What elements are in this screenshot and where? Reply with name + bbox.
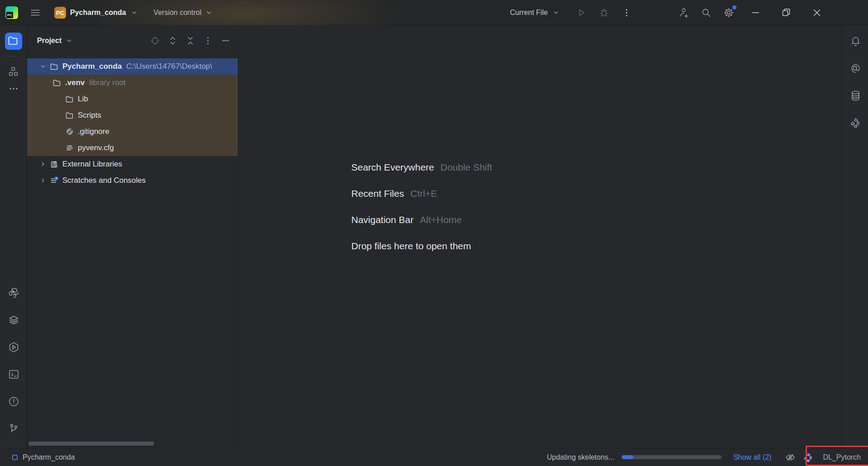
pycharm-logo-icon: PC	[5, 6, 18, 19]
terminal-tool-window-button[interactable]	[5, 366, 22, 383]
ignored-file-icon	[65, 127, 74, 136]
folder-icon	[65, 95, 74, 104]
status-bar: Pycharm_conda Updating skeletons... Show…	[0, 448, 868, 466]
services-tool-window-button[interactable]	[5, 311, 22, 328]
tree-row-external-libraries[interactable]: External Libraries	[27, 156, 238, 172]
chevron-down-icon	[130, 9, 138, 17]
more-actions-button[interactable]	[615, 4, 638, 22]
structure-tool-window-button[interactable]	[5, 63, 22, 80]
right-tool-window-bar	[842, 25, 868, 448]
plugin-pinwheel-status-icon[interactable]	[799, 452, 817, 463]
run-configuration-selector[interactable]: Current File	[510, 9, 560, 17]
hint-navigation-bar-keys: Alt+Home	[420, 214, 462, 225]
settings-button[interactable]	[717, 4, 740, 22]
panel-options-button[interactable]	[202, 35, 214, 47]
tree-row-scratches[interactable]: Scratches and Consoles	[27, 172, 238, 189]
pycharm-window: PC PC Pycharm_conda Version control Curr…	[0, 0, 868, 466]
tree-item-suffix: library root	[89, 78, 125, 87]
folder-icon	[50, 62, 59, 71]
window-minimize-button[interactable]	[740, 0, 771, 25]
tree-item-label: .gitignore	[78, 127, 109, 136]
tree-item-label: Scripts	[78, 111, 101, 120]
locate-opened-file-button[interactable]	[149, 35, 161, 47]
tree-row-scripts[interactable]: Scripts	[27, 107, 238, 124]
progress-fill	[622, 455, 634, 459]
left-tool-window-bar	[0, 25, 27, 448]
pycharm-logo-label: PC	[6, 12, 13, 18]
tree-row-pyvenv-cfg[interactable]: pyvenv.cfg	[27, 140, 238, 156]
interpreter-widget[interactable]: DL_Pytorch	[823, 453, 861, 461]
hint-search-everywhere-keys: Double Shift	[440, 162, 492, 173]
folder-icon	[65, 111, 74, 120]
hint-recent-files: Recent Files	[351, 188, 404, 199]
status-project-widget[interactable]: Pycharm_conda	[0, 453, 75, 461]
window-restore-button[interactable]	[771, 0, 802, 25]
run-button[interactable]	[570, 4, 593, 22]
project-widget-name: Pycharm_conda	[70, 9, 126, 17]
vcs-widget[interactable]: Version control	[154, 9, 213, 17]
window-close-button[interactable]	[802, 0, 832, 25]
python-packages-tool-window-button[interactable]	[5, 284, 22, 301]
hint-navigation-bar: Navigation Bar	[351, 214, 414, 225]
inspections-disabled-eye-icon[interactable]	[781, 452, 799, 463]
project-tree: Pycharm_conda C:\Users\14767\Desktop\ .v…	[27, 58, 238, 189]
ai-assistant-tool-window-button[interactable]	[847, 60, 864, 77]
hide-panel-button[interactable]	[220, 35, 231, 47]
tree-item-label: Lib	[78, 95, 88, 104]
project-panel-header: Project	[27, 32, 238, 50]
tree-item-label: Scratches and Consoles	[62, 176, 146, 185]
drop-files-hint: Drop files here to open them	[351, 241, 471, 252]
chevron-down-icon[interactable]	[65, 37, 73, 45]
folder-icon	[52, 78, 61, 87]
project-badge: PC	[54, 7, 66, 19]
tree-item-label: Pycharm_conda	[62, 62, 122, 71]
notifications-button[interactable]	[847, 33, 864, 50]
code-with-me-button[interactable]	[672, 4, 695, 22]
run-tool-window-button[interactable]	[5, 338, 22, 356]
tree-row-venv[interactable]: .venv library root	[27, 75, 238, 91]
settings-notification-dot	[732, 5, 736, 10]
version-control-tool-window-button[interactable]	[5, 420, 22, 437]
project-widget[interactable]: PC Pycharm_conda	[54, 7, 138, 19]
show-all-link[interactable]: Show all (2)	[733, 453, 771, 461]
more-tool-windows-button[interactable]	[5, 80, 22, 97]
project-status-icon	[12, 454, 18, 461]
chevron-down-icon	[205, 9, 213, 17]
run-configuration-label: Current File	[510, 9, 548, 17]
title-bar: PC PC Pycharm_conda Version control Curr…	[0, 0, 868, 25]
tree-row-project-root[interactable]: Pycharm_conda C:\Users\14767\Desktop\	[27, 58, 238, 75]
tree-row-lib[interactable]: Lib	[27, 91, 238, 107]
libraries-icon	[50, 160, 59, 169]
shortcut-hints: Search Everywhere Double Shift Recent Fi…	[351, 162, 492, 267]
hint-recent-files-keys: Ctrl+E	[410, 188, 437, 199]
debug-button[interactable]	[593, 4, 615, 22]
chevron-collapsed-icon[interactable]	[39, 176, 47, 185]
vcs-label: Version control	[154, 9, 202, 17]
chevron-down-icon	[552, 9, 560, 17]
project-panel-title[interactable]: Project	[37, 37, 61, 45]
scratches-icon	[50, 176, 59, 185]
background-task-progress-bar	[622, 455, 722, 459]
project-tool-window: Project	[27, 25, 238, 448]
main-menu-button[interactable]	[26, 4, 44, 22]
project-tool-window-button[interactable]	[5, 33, 22, 50]
plugin-pinwheel-tool-window-button[interactable]	[847, 114, 864, 131]
expand-all-button[interactable]	[167, 35, 179, 47]
tree-row-gitignore[interactable]: .gitignore	[27, 124, 238, 140]
tree-item-label: .venv	[65, 78, 85, 87]
search-everywhere-button[interactable]	[695, 4, 717, 22]
problems-tool-window-button[interactable]	[5, 393, 22, 410]
hint-search-everywhere: Search Everywhere	[351, 162, 434, 173]
background-task-label[interactable]: Updating skeletons...	[547, 453, 614, 461]
horizontal-scrollbar[interactable]	[28, 442, 154, 446]
status-project-name: Pycharm_conda	[23, 453, 75, 461]
tree-item-label: External Libraries	[62, 160, 122, 169]
chevron-collapsed-icon[interactable]	[39, 160, 47, 168]
collapse-all-button[interactable]	[184, 35, 196, 47]
tree-item-label: pyvenv.cfg	[78, 143, 114, 152]
database-tool-window-button[interactable]	[847, 87, 864, 104]
chevron-expanded-icon[interactable]	[39, 62, 47, 71]
sidebar-divider	[7, 56, 20, 57]
editor-empty-area: Search Everywhere Double Shift Recent Fi…	[239, 25, 842, 448]
text-file-icon	[65, 143, 74, 152]
